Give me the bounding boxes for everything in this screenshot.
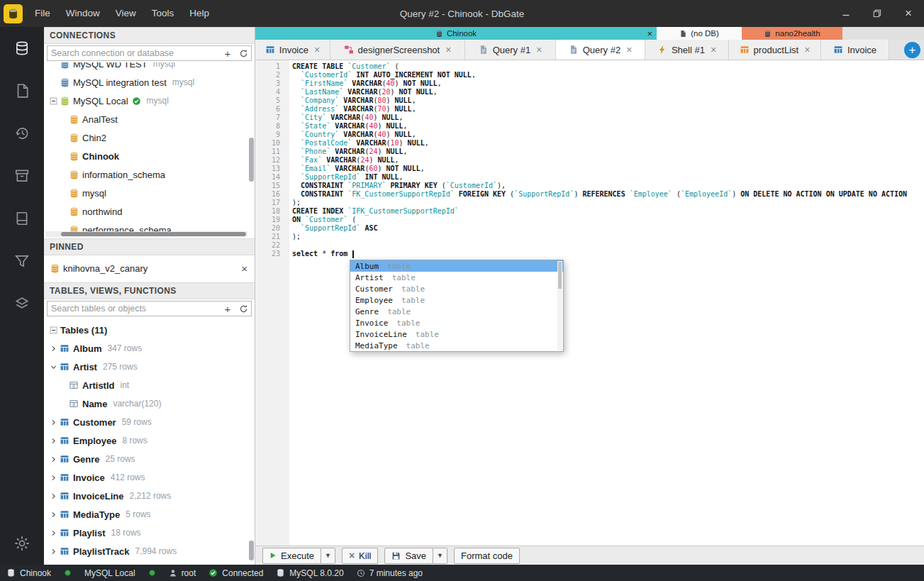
menu-tools[interactable]: Tools xyxy=(144,0,182,27)
hscrollbar-thumb[interactable] xyxy=(61,232,246,236)
table-item-invoice[interactable]: Invoice412 rows xyxy=(44,468,255,487)
close-tab-icon[interactable]: × xyxy=(536,44,542,55)
tab-group-nano2health[interactable]: nano2health xyxy=(742,27,842,40)
tab-query-1[interactable]: Query #1× xyxy=(465,40,556,60)
expand-icon[interactable] xyxy=(47,419,60,426)
table-item-playlisttrack[interactable]: PlaylistTrack7,994 rows xyxy=(44,542,255,560)
save-dropdown-button[interactable]: ▼ xyxy=(433,548,447,564)
connection-item-mysql-local[interactable]: MySQL Localmysql xyxy=(44,92,255,110)
connections-hscrollbar[interactable] xyxy=(45,231,247,237)
add-table-button[interactable]: + xyxy=(220,301,235,316)
menu-file[interactable]: File xyxy=(27,0,58,27)
tab-invoice[interactable]: Invoice× xyxy=(255,40,330,60)
activity-files-button[interactable] xyxy=(0,70,44,112)
expand-icon[interactable] xyxy=(47,475,60,481)
close-tab-icon[interactable]: × xyxy=(626,44,632,55)
table-item-mediatype[interactable]: MediaType5 rows xyxy=(44,505,255,524)
activity-archive-button[interactable] xyxy=(0,155,44,197)
activity-docs-button[interactable] xyxy=(0,197,44,240)
column-item-artistid[interactable]: ArtistIdint xyxy=(44,376,255,394)
tab-productlist[interactable]: productList× xyxy=(729,40,821,60)
tab-invoice[interactable]: Invoice xyxy=(821,40,889,60)
database-item-analtest[interactable]: AnalTest xyxy=(44,110,255,128)
activity-connections-button[interactable] xyxy=(0,27,44,70)
new-tab-button[interactable]: + xyxy=(904,42,920,58)
collapse-chevron-icon[interactable] xyxy=(47,364,60,370)
close-group-icon[interactable]: × xyxy=(647,29,652,38)
pinned-item-knihovna-v2-canary[interactable]: knihovna_v2_canary× xyxy=(44,259,255,277)
connections-vscrollbar-thumb[interactable] xyxy=(249,138,254,182)
expand-icon[interactable] xyxy=(47,493,60,499)
expand-icon[interactable] xyxy=(47,530,60,536)
docs-icon xyxy=(14,211,30,226)
sql-editor[interactable]: 1234567891011121314151617181920212223 CR… xyxy=(255,60,924,546)
expand-icon[interactable] xyxy=(47,345,60,352)
restore-button[interactable] xyxy=(862,0,893,27)
close-tab-icon[interactable]: × xyxy=(314,44,320,55)
tab-designerscreenshot[interactable]: designerScreenshot× xyxy=(330,40,465,60)
connections-search-input[interactable] xyxy=(48,48,220,58)
tables-vscrollbar-thumb[interactable] xyxy=(249,541,254,560)
menu-window[interactable]: Window xyxy=(58,0,108,27)
column-item-name[interactable]: Namevarchar(120) xyxy=(44,394,255,413)
menu-view[interactable]: View xyxy=(108,0,144,27)
tab-group-no-db[interactable]: (no DB) xyxy=(657,27,742,40)
status-mysql-local[interactable]: MySQL Local xyxy=(78,565,142,581)
autocomplete-item-customer[interactable]: Customertable xyxy=(350,283,563,294)
autocomplete-scrollbar[interactable] xyxy=(557,261,562,350)
autocomplete-item-artist[interactable]: Artisttable xyxy=(350,272,563,283)
close-tab-icon[interactable]: × xyxy=(711,44,716,55)
table-item-playlist[interactable]: Playlist18 rows xyxy=(44,524,255,542)
unpin-close-icon[interactable]: × xyxy=(241,262,247,275)
expand-icon[interactable] xyxy=(47,511,60,518)
autocomplete-item-genre[interactable]: Genretable xyxy=(350,306,563,317)
tab-shell-1[interactable]: Shell #1× xyxy=(645,40,729,60)
database-item-information-schema[interactable]: information_schema xyxy=(44,165,255,184)
tab-group-chinook[interactable]: Chinook× xyxy=(255,27,657,40)
autocomplete-item-employee[interactable]: Employeetable xyxy=(350,294,563,306)
tables-search-input[interactable] xyxy=(48,304,220,314)
menu-help[interactable]: Help xyxy=(182,0,217,27)
database-item-northwind[interactable]: northwind xyxy=(44,202,255,221)
autocomplete-item-invoice[interactable]: Invoicetable xyxy=(350,317,563,328)
format-code-button[interactable]: Format code xyxy=(454,548,520,564)
add-connection-button[interactable]: + xyxy=(220,46,235,60)
database-item-mysql[interactable]: mysql xyxy=(44,184,255,202)
section-item-tables-11[interactable]: Tables (11) xyxy=(44,321,255,339)
collapse-icon[interactable] xyxy=(47,97,60,105)
kill-button[interactable]: × Kill xyxy=(342,548,379,564)
execute-dropdown-button[interactable]: ▼ xyxy=(321,548,335,564)
expand-icon[interactable] xyxy=(47,548,60,555)
refresh-connections-button[interactable] xyxy=(235,46,251,60)
table-item-genre[interactable]: Genre25 rows xyxy=(44,450,255,468)
table-item-invoiceline[interactable]: InvoiceLine2,212 rows xyxy=(44,487,255,505)
collapse-icon[interactable] xyxy=(47,326,60,334)
database-item-chinook[interactable]: Chinook xyxy=(44,147,255,165)
refresh-tables-button[interactable] xyxy=(235,301,251,316)
connection-item-mysql-wd-test[interactable]: MySQL WD TESTmysql xyxy=(44,62,255,73)
execute-button[interactable]: Execute xyxy=(262,548,321,564)
expand-icon[interactable] xyxy=(47,456,60,463)
autocomplete-item-mediatype[interactable]: MediaTypetable xyxy=(350,340,563,351)
table-item-customer[interactable]: Customer59 rows xyxy=(44,413,255,431)
database-item-chin2[interactable]: Chin2 xyxy=(44,128,255,147)
close-tab-icon[interactable]: × xyxy=(804,44,810,55)
table-item-artist[interactable]: Artist275 rows xyxy=(44,358,255,376)
status-chinook[interactable]: Chinook xyxy=(0,565,57,581)
connection-item-mysql-integration-test[interactable]: MySQL integration testmysql xyxy=(44,73,255,92)
autocomplete-item-invoiceline[interactable]: InvoiceLinetable xyxy=(350,328,563,340)
close-tab-icon[interactable]: × xyxy=(445,44,451,55)
activity-plugins-button[interactable] xyxy=(0,282,44,325)
autocomplete-item-album[interactable]: Albumtable xyxy=(350,260,563,272)
autocomplete-scrollbar-thumb[interactable] xyxy=(558,262,562,289)
expand-icon[interactable] xyxy=(47,438,60,444)
table-item-album[interactable]: Album347 rows xyxy=(44,339,255,358)
minimize-button[interactable] xyxy=(830,0,862,27)
close-button[interactable]: × xyxy=(893,0,924,27)
table-item-employee[interactable]: Employee8 rows xyxy=(44,431,255,450)
activity-filter-button[interactable] xyxy=(0,240,44,282)
activity-settings-button[interactable] xyxy=(0,522,44,565)
save-button[interactable]: Save xyxy=(384,548,433,564)
tab-query-2[interactable]: Query #2× xyxy=(556,40,645,60)
activity-history-button[interactable] xyxy=(0,112,44,155)
